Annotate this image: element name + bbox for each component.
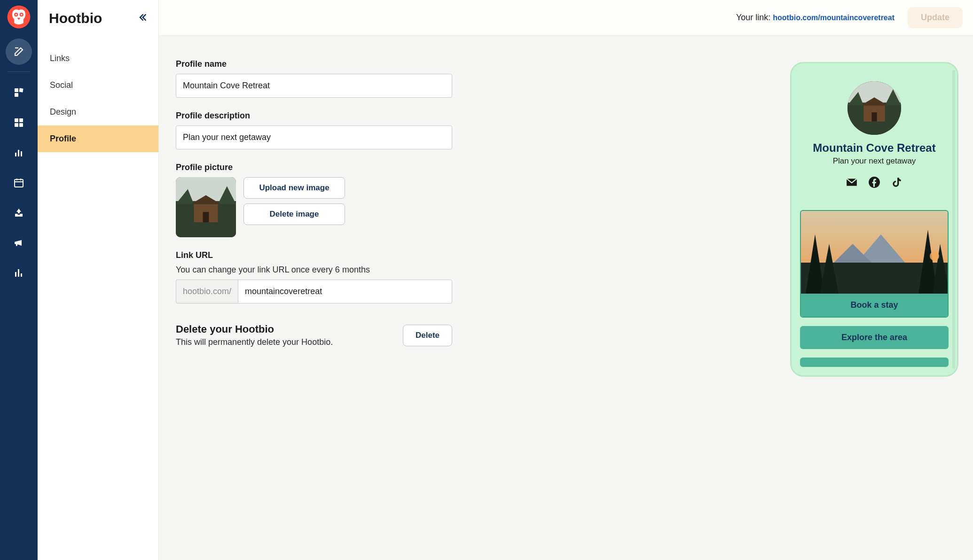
preview-card-book[interactable]: Book a stay [800,210,949,318]
profile-description-input[interactable] [176,125,452,149]
sidebar: Hootbio Links Social Design Profile [38,0,159,560]
svg-rect-32 [871,112,877,121]
svg-point-4 [21,14,22,16]
delete-hootbio-title: Delete your Hootbio [176,323,333,335]
svg-rect-18 [21,273,22,277]
phone-preview: Mountain Cove Retreat Plan your next get… [790,62,958,377]
profile-name-input[interactable] [176,74,452,98]
facebook-icon[interactable] [868,176,880,190]
rail-dashboard-icon[interactable] [6,109,32,136]
main: Your link: hootbio.com/mountaincoveretre… [159,0,973,560]
tiktok-icon[interactable] [891,176,903,190]
svg-rect-16 [15,272,16,277]
rail-compose-icon[interactable] [6,39,32,65]
svg-rect-12 [15,153,16,156]
svg-rect-25 [203,212,209,222]
preview-avatar [847,81,901,135]
your-link-url[interactable]: hootbio.com/mountaincoveretreat [773,14,895,22]
form-area: Profile name Profile description Profile… [159,36,776,560]
preview-profile-description: Plan your next getaway [833,156,916,166]
rail-divider [8,71,30,72]
profile-picture-label: Profile picture [176,163,759,172]
rail-calendar-icon[interactable] [6,170,32,196]
svg-rect-15 [15,179,23,187]
delete-image-button[interactable]: Delete image [243,203,345,225]
topbar: Your link: hootbio.com/mountaincoveretre… [159,0,973,36]
upload-image-button[interactable]: Upload new image [243,177,345,199]
rail-megaphone-icon[interactable] [6,230,32,256]
email-icon[interactable] [846,176,858,190]
icon-rail [0,0,38,560]
svg-rect-10 [15,123,18,127]
preview-profile-name: Mountain Cove Retreat [813,141,935,155]
svg-rect-8 [15,118,18,122]
rail-insights-icon[interactable] [6,260,32,286]
collapse-sidebar-icon[interactable] [138,13,147,24]
profile-picture-thumbnail[interactable] [176,177,236,237]
update-button[interactable]: Update [908,7,963,28]
svg-point-42 [930,251,939,261]
delete-hootbio-subtext: This will permanently delete your Hootbi… [176,337,333,347]
your-link-text: Your link: hootbio.com/mountaincoveretre… [736,13,895,23]
profile-name-label: Profile name [176,59,759,69]
svg-rect-6 [19,88,23,92]
svg-rect-14 [21,151,22,156]
link-url-subtext: You can change your link URL once every … [176,265,759,275]
sidebar-item-profile[interactable]: Profile [38,125,158,152]
preview-pane: Mountain Cove Retreat Plan your next get… [776,36,973,560]
preview-link-partial[interactable] [800,358,949,367]
svg-rect-5 [15,88,18,92]
link-url-prefix: hootbio.com/ [176,280,238,303]
svg-point-3 [16,14,17,16]
svg-rect-13 [18,150,19,156]
delete-hootbio-button[interactable]: Delete [403,325,452,346]
svg-rect-11 [19,123,23,127]
sidebar-item-links[interactable]: Links [38,45,158,72]
preview-card-image [801,211,948,294]
svg-rect-7 [15,93,18,97]
svg-rect-17 [18,269,19,277]
profile-description-label: Profile description [176,111,759,121]
hootsuite-logo[interactable] [6,4,32,30]
sidebar-item-social[interactable]: Social [38,72,158,99]
your-link-label: Your link: [736,13,773,22]
link-url-input[interactable] [238,280,452,303]
rail-analytics-icon[interactable] [6,140,32,166]
svg-rect-9 [19,118,23,122]
sidebar-item-design[interactable]: Design [38,99,158,125]
rail-inbox-icon[interactable] [6,200,32,226]
preview-card-label: Book a stay [801,294,948,317]
rail-streams-icon[interactable] [6,79,32,106]
preview-link-explore[interactable]: Explore the area [800,326,949,349]
link-url-label: Link URL [176,250,759,260]
app-title: Hootbio [49,10,102,26]
